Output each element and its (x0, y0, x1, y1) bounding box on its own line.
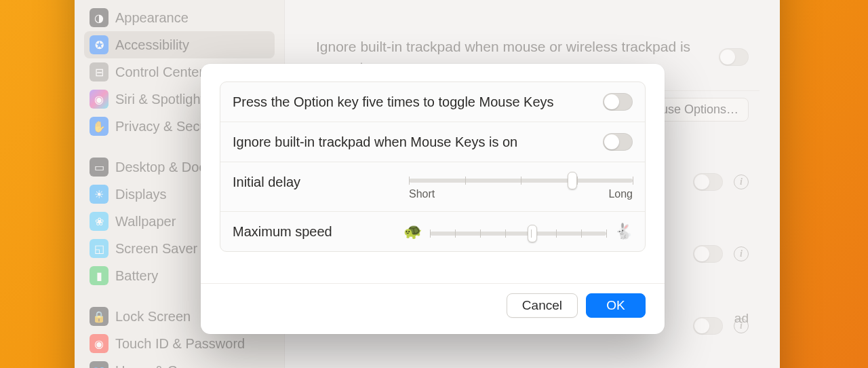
info-icon[interactable]: i (734, 174, 749, 189)
desktop-dock-icon: ▭ (90, 158, 108, 177)
cancel-button[interactable]: Cancel (507, 293, 578, 318)
privacy-security-icon: ✋ (90, 117, 108, 136)
appearance-icon: ◑ (90, 8, 108, 27)
users-groups-icon: 👥 (90, 361, 108, 368)
toggle-option-key[interactable] (603, 93, 633, 111)
slider-max-label: Long (608, 188, 633, 200)
accessibility-icon: ✪ (90, 35, 108, 54)
sidebar-item-label: Lock Screen (115, 309, 191, 325)
info-icon[interactable]: i (734, 246, 749, 261)
row-ignore-trackpad-mousekeys: Ignore built-in trackpad when Mouse Keys… (220, 122, 645, 162)
sidebar-item-accessibility[interactable]: ✪Accessibility (84, 31, 275, 58)
toggle-ignore-trackpad-mk[interactable] (603, 133, 633, 151)
lock-screen-icon: 🔒 (90, 307, 108, 326)
options-panel: Press the Option key five times to toggl… (220, 81, 646, 252)
sidebar-item-appearance[interactable]: ◑Appearance (84, 4, 275, 31)
battery-icon: ▮ (90, 266, 108, 285)
sidebar-item-label: Screen Saver (115, 241, 197, 257)
displays-icon: ☀ (90, 185, 108, 204)
sidebar-item-label: Battery (115, 268, 158, 284)
siri-spotlight-icon: ◉ (90, 90, 108, 109)
toggle-ignore-trackpad[interactable] (719, 48, 749, 66)
sidebar-item-label: Accessibility (115, 37, 189, 53)
sidebar-item-label: Appearance (115, 10, 189, 26)
dialog-footer: Cancel OK (201, 283, 665, 334)
toggle-hidden-3[interactable] (693, 317, 723, 335)
slider-max-speed[interactable] (430, 226, 606, 237)
rabbit-icon: 🐇 (614, 223, 633, 240)
row-label: Ignore built-in trackpad when Mouse Keys… (233, 133, 517, 150)
row-option-key-toggle: Press the Option key five times to toggl… (220, 82, 645, 122)
sidebar-item-label: Displays (115, 187, 167, 202)
sidebar-item-touch-id-password[interactable]: ◉Touch ID & Password (84, 330, 275, 357)
toggle-hidden-2[interactable] (693, 245, 723, 263)
slider-initial-delay[interactable]: Short Long (409, 173, 633, 200)
touch-id-password-icon: ◉ (90, 334, 108, 353)
sidebar-item-label: Users & Groups (115, 363, 212, 369)
slider-min-label: Short (409, 188, 435, 200)
mouse-keys-options-dialog: Press the Option key five times to toggl… (201, 64, 665, 334)
control-center-icon: ⊟ (90, 62, 108, 81)
row-maximum-speed: Maximum speed 🐢 🐇 (220, 212, 645, 251)
turtle-icon: 🐢 (403, 223, 422, 240)
screen-saver-icon: ◱ (90, 239, 108, 258)
sidebar-item-label: Touch ID & Password (115, 336, 245, 352)
ok-button[interactable]: OK (586, 293, 646, 318)
hidden-text-tail: ad (734, 311, 749, 326)
sidebar-item-label: Siri & Spotlight (115, 92, 204, 107)
sidebar-item-label: Desktop & Dock (115, 160, 212, 175)
row-initial-delay: Initial delay Short Long (220, 162, 645, 212)
row-label: Press the Option key five times to toggl… (233, 93, 554, 110)
wallpaper-icon: ❀ (90, 212, 108, 231)
toggle-hidden-1[interactable] (693, 173, 723, 191)
sidebar-item-label: Control Center (115, 65, 203, 80)
row-label: Maximum speed (233, 223, 332, 240)
row-label: Initial delay (233, 173, 300, 190)
sidebar-item-label: Wallpaper (115, 214, 176, 229)
sidebar-item-users-groups[interactable]: 👥Users & Groups (84, 357, 275, 368)
